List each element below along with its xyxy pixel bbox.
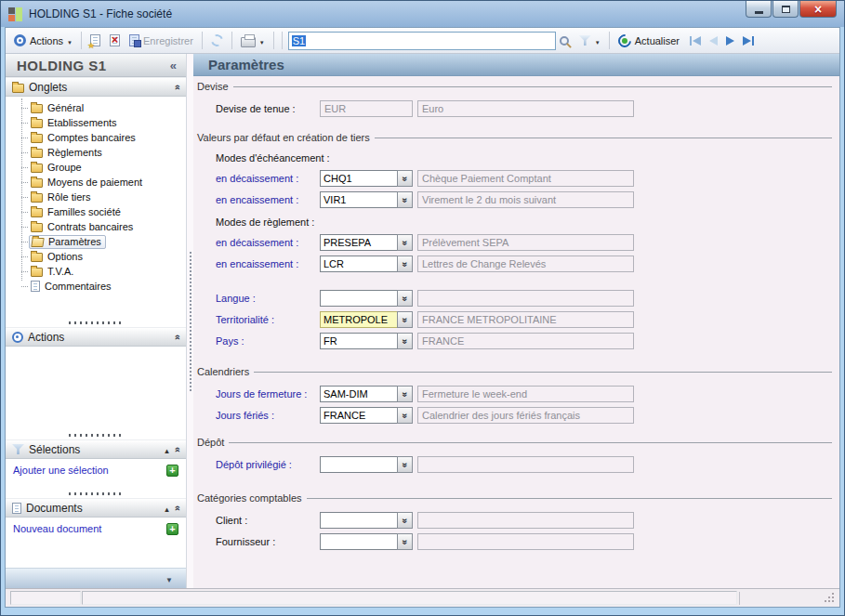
dropdown-button[interactable] [397, 256, 413, 272]
dropdown-button[interactable] [397, 290, 413, 307]
row-territorialite: Territorialité : METROPOLE FRANCE METROP… [193, 311, 832, 328]
combo-langue[interactable] [320, 290, 413, 307]
tree-item-options[interactable]: Options [17, 249, 186, 264]
print-button[interactable] [238, 33, 268, 49]
resize-grip[interactable] [832, 593, 834, 595]
collapse-sidebar-icon[interactable] [170, 59, 177, 72]
combo-value[interactable]: METROPOLE [320, 311, 397, 328]
combo-value[interactable]: FRANCE [320, 407, 397, 424]
combo-depot-privilegie[interactable] [320, 456, 413, 473]
add-icon[interactable] [166, 465, 178, 477]
tree-item-general[interactable]: Général [17, 100, 186, 115]
combo-value[interactable]: PRESEPA [320, 234, 397, 251]
save-button[interactable]: Enregistrer [126, 33, 196, 48]
tree-item-groupe[interactable]: Groupe [17, 160, 186, 175]
tree-item-familles-societe[interactable]: Familles société [17, 204, 186, 219]
scroll-up-icon[interactable] [165, 503, 169, 514]
tree-item-etablissements[interactable]: Etablissements [17, 115, 186, 130]
combo-value[interactable]: LCR [320, 256, 397, 272]
first-record-button[interactable] [690, 36, 701, 46]
maximize-button[interactable] [772, 1, 799, 18]
tree-item-role-tiers[interactable]: Rôle tiers [17, 190, 186, 204]
minimize-button[interactable] [746, 1, 772, 18]
scroll-up-icon[interactable] [165, 444, 169, 455]
tree-item-comptes-bancaires[interactable]: Comptes bancaires [17, 130, 186, 145]
filter-button[interactable] [576, 33, 603, 48]
combo-value[interactable] [320, 456, 397, 473]
add-selection-link[interactable]: Ajouter une sélection [13, 465, 166, 476]
title-bar[interactable]: HOLDING S1 - Fiche société [1, 1, 844, 27]
sidebar-footer-bar[interactable] [6, 568, 186, 588]
next-record-button[interactable] [726, 36, 734, 46]
drag-dots-icon [69, 434, 123, 437]
folder-icon [31, 119, 43, 128]
combo-reglement-decaissement[interactable]: PRESEPA [320, 234, 413, 251]
combo-territorialite[interactable]: METROPOLE [320, 311, 413, 328]
devise-value-field[interactable]: EUR [320, 100, 413, 117]
dropdown-button[interactable] [397, 191, 413, 208]
collapse-section-icon[interactable] [171, 505, 182, 510]
search-icon[interactable] [560, 36, 569, 46]
combo-fournisseur[interactable] [320, 533, 413, 550]
actions-menu-button[interactable]: Actions [11, 33, 75, 48]
dropdown-button[interactable] [397, 407, 413, 424]
section-header-selections[interactable]: Sélections [6, 439, 186, 459]
folder-icon [31, 268, 43, 277]
tree-item-tva[interactable]: T.V.A. [17, 264, 186, 279]
tree-item-contrats-bancaires[interactable]: Contrats bancaires [17, 219, 186, 234]
last-record-button[interactable] [743, 36, 754, 46]
sidebar-splitter[interactable] [6, 318, 186, 327]
combo-value[interactable]: CHQ1 [320, 170, 397, 187]
close-button[interactable] [799, 1, 837, 18]
new-document-link[interactable]: Nouveau document [13, 523, 166, 534]
section-header-actions[interactable]: Actions [6, 327, 186, 347]
combo-value[interactable] [320, 533, 397, 550]
search-input[interactable]: S1 [288, 32, 556, 50]
actualiser-button[interactable]: Actualiser [615, 33, 682, 49]
collapse-section-icon[interactable] [171, 84, 182, 89]
sidebar-splitter[interactable] [6, 489, 186, 498]
combo-value[interactable]: SAM-DIM [320, 386, 397, 402]
section-header-onglets[interactable]: Onglets [6, 77, 186, 97]
combo-jours-feries[interactable]: FRANCE [320, 407, 413, 424]
combo-value[interactable] [320, 512, 397, 529]
legend-line [375, 138, 832, 138]
collapse-section-icon[interactable] [171, 446, 182, 452]
combo-jours-fermeture[interactable]: SAM-DIM [320, 386, 413, 402]
group-legend: Catégories comptables [197, 492, 302, 504]
dropdown-button[interactable] [397, 234, 413, 251]
delete-record-button[interactable] [107, 33, 123, 48]
section-header-documents[interactable]: Documents [6, 498, 186, 518]
dropdown-button[interactable] [397, 333, 413, 349]
panel-splitter[interactable] [187, 54, 193, 588]
new-record-button[interactable] [87, 33, 103, 48]
dropdown-button[interactable] [397, 386, 413, 402]
tree-item-reglements[interactable]: Règlements [17, 145, 186, 160]
dropdown-button[interactable] [397, 512, 413, 529]
combo-value[interactable]: FR [320, 333, 397, 349]
dropdown-button[interactable] [397, 311, 413, 328]
tree-item-moyens-de-paiement[interactable]: Moyens de paiement [17, 175, 186, 190]
app-body: HOLDING S1 Onglets Général Etablissement… [6, 54, 839, 588]
tree-item-parametres[interactable]: Paramètres [17, 234, 186, 249]
sidebar-splitter[interactable] [6, 430, 186, 439]
collapse-section-icon[interactable] [171, 334, 182, 339]
previous-record-button[interactable] [709, 36, 718, 46]
dropdown-button[interactable] [397, 533, 413, 550]
field-description [417, 456, 634, 473]
combo-pays[interactable]: FR [320, 333, 413, 349]
combo-echeancement-encaissement[interactable]: VIR1 [320, 191, 413, 208]
dropdown-button[interactable] [397, 170, 413, 187]
combo-echeancement-decaissement[interactable]: CHQ1 [320, 170, 413, 187]
dropdown-button[interactable] [397, 456, 413, 473]
add-icon[interactable] [166, 523, 178, 535]
combo-reglement-encaissement[interactable]: LCR [320, 256, 413, 272]
row-depot-privilegie: Dépôt privilégié : [193, 456, 832, 473]
combo-value[interactable]: VIR1 [320, 191, 397, 208]
refresh-button[interactable] [208, 33, 226, 48]
funnel-icon [579, 35, 591, 46]
combo-client[interactable] [320, 512, 413, 529]
combo-value[interactable] [320, 290, 397, 307]
tree-item-commentaires[interactable]: Commentaires [17, 279, 186, 294]
field-description [417, 512, 634, 529]
